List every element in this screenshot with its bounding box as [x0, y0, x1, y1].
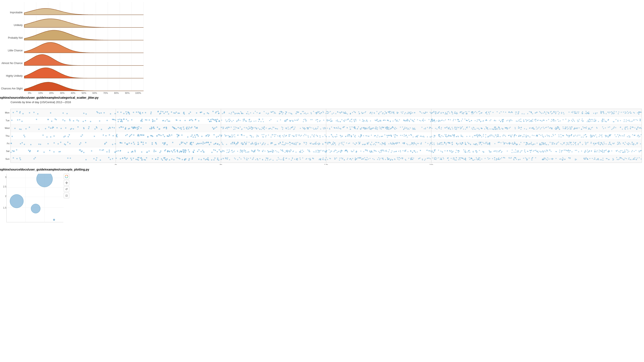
svg-point-3260 [200, 159, 202, 160]
svg-point-942 [500, 121, 501, 122]
svg-point-3553 [427, 158, 428, 159]
svg-point-2082 [596, 136, 597, 138]
svg-point-3540 [634, 159, 635, 160]
svg-point-804 [323, 120, 324, 121]
toolbar-reset-icon[interactable]: ↺ [64, 187, 69, 192]
svg-point-2229 [457, 144, 458, 145]
svg-point-1101 [181, 129, 182, 130]
svg-point-3209 [452, 151, 454, 152]
svg-point-2202 [192, 142, 194, 143]
filepath-label-2: sphinx/source/docs/user_guide/examples/c… [0, 166, 644, 172]
svg-point-742 [594, 121, 595, 122]
svg-point-2058 [620, 135, 621, 136]
svg-point-1550 [360, 128, 361, 129]
svg-point-546 [600, 112, 601, 113]
svg-point-552 [343, 112, 344, 113]
svg-point-3664 [515, 157, 516, 158]
svg-point-3220 [622, 150, 622, 151]
svg-point-2073 [609, 135, 610, 136]
svg-point-3017 [276, 151, 278, 152]
svg-point-3055 [318, 150, 318, 151]
svg-point-2947 [329, 149, 330, 150]
svg-point-216 [551, 113, 552, 114]
svg-point-635 [122, 121, 123, 122]
svg-point-788 [520, 121, 520, 122]
svg-point-2447 [575, 144, 576, 145]
svg-point-1570 [323, 127, 324, 128]
svg-point-3466 [436, 158, 437, 159]
svg-point-1874 [552, 134, 554, 135]
svg-point-102 [62, 112, 64, 114]
svg-point-821 [508, 120, 508, 121]
svg-text:Thu: Thu [6, 135, 10, 137]
svg-point-2577 [542, 142, 542, 143]
toolbar-color-icon[interactable] [64, 174, 69, 179]
svg-point-2911 [451, 152, 452, 153]
toolbar-pan-icon[interactable]: ✛ [64, 180, 69, 186]
svg-point-1523 [497, 128, 498, 129]
svg-point-397 [362, 113, 363, 114]
svg-point-2598 [289, 142, 290, 143]
svg-point-655 [213, 119, 214, 120]
toolbar-save-icon[interactable]: ⊡ [64, 193, 69, 198]
svg-point-145 [133, 112, 134, 113]
svg-point-1068 [88, 126, 90, 128]
svg-point-3139 [284, 152, 286, 153]
svg-point-2124 [516, 135, 517, 136]
svg-point-627 [180, 120, 181, 121]
svg-point-1159 [119, 127, 120, 128]
svg-point-1057 [436, 120, 437, 121]
svg-point-2711 [342, 143, 342, 144]
svg-point-1117 [125, 127, 126, 128]
svg-point-967 [532, 119, 533, 120]
svg-point-2042 [384, 134, 386, 135]
svg-point-3045 [559, 150, 560, 151]
svg-point-3199 [380, 151, 382, 152]
svg-point-3576 [278, 157, 279, 158]
svg-point-1287 [262, 128, 264, 129]
svg-point-2813 [167, 151, 168, 152]
svg-point-3275 [192, 157, 193, 158]
svg-point-425 [460, 111, 461, 112]
svg-point-3234 [233, 151, 234, 152]
svg-point-1989 [638, 135, 639, 136]
svg-point-2258 [360, 142, 360, 143]
scatter-plot-area: 4h8h12h16hMonTueWedThuFriSatSun [0, 105, 644, 165]
svg-point-1829 [234, 134, 235, 135]
svg-point-2663 [556, 143, 557, 144]
svg-point-1434 [400, 127, 401, 128]
svg-point-3545 [634, 157, 635, 158]
svg-point-2381 [628, 144, 629, 145]
svg-point-3407 [240, 158, 242, 159]
svg-point-3530 [618, 159, 619, 160]
svg-point-526 [466, 113, 467, 114]
svg-point-1848 [292, 135, 293, 136]
svg-point-482 [279, 113, 280, 114]
svg-point-890 [423, 120, 424, 121]
svg-point-3548 [310, 158, 310, 159]
svg-point-3117 [564, 150, 565, 151]
svg-point-3201 [376, 151, 377, 152]
svg-point-3063 [228, 149, 230, 150]
svg-point-1864 [480, 135, 481, 136]
ridge-row: Probably Not [0, 28, 144, 40]
svg-point-2080 [570, 135, 572, 136]
svg-point-805 [557, 119, 558, 120]
svg-point-3138 [543, 152, 544, 153]
svg-point-2277 [382, 144, 382, 145]
svg-point-2136 [22, 142, 23, 143]
svg-point-2713 [548, 144, 549, 145]
svg-point-2142 [112, 144, 113, 145]
svg-point-2723 [49, 150, 50, 151]
svg-point-2057 [351, 135, 352, 136]
svg-point-2119 [619, 135, 620, 136]
svg-point-1084 [45, 128, 46, 129]
svg-point-3064 [417, 151, 418, 152]
svg-point-629 [156, 119, 158, 120]
svg-point-1478 [236, 127, 237, 128]
svg-point-703 [637, 120, 638, 121]
svg-point-2498 [338, 144, 340, 145]
svg-point-2863 [604, 152, 604, 153]
svg-point-1507 [222, 127, 223, 128]
svg-point-3173 [253, 151, 254, 152]
